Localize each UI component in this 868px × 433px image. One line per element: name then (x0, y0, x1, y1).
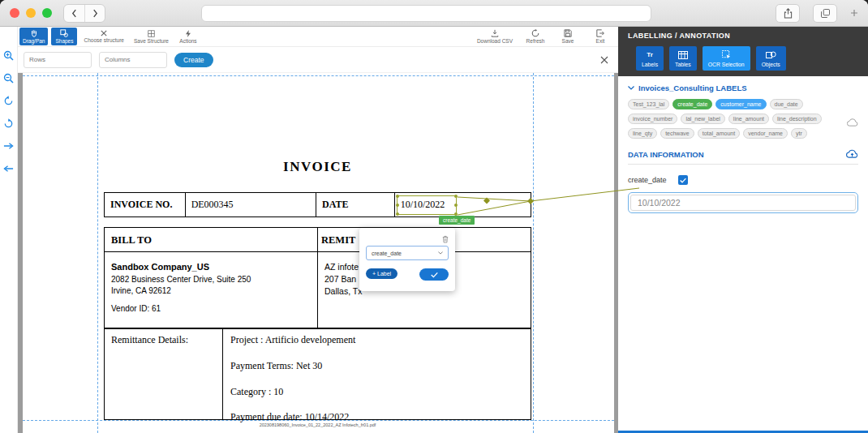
invoice-no-label-cell: INVOICE NO. (105, 193, 186, 216)
add-label-button[interactable]: + Label (366, 268, 397, 279)
lightning-icon (185, 30, 191, 37)
delete-annotation-button[interactable] (442, 232, 449, 247)
data-information-title: DATA INFORMATION (628, 150, 704, 159)
create-button[interactable]: Create (174, 53, 213, 67)
cloud-upload-icon (846, 149, 858, 158)
save-button[interactable]: Save (555, 28, 581, 45)
download-csv-label: Download CSV (477, 38, 513, 44)
selection-handle[interactable] (454, 195, 458, 198)
field-value-wrap (628, 192, 858, 213)
tab-ocr-selection-label: OCR Selection (708, 62, 745, 67)
structure-guide-top (23, 75, 614, 76)
table-icon (678, 50, 688, 60)
tab-tables[interactable]: Tables (669, 46, 697, 71)
labels-section-header[interactable]: Invoices_Consulting LABELS (628, 84, 858, 92)
label-chip-active[interactable]: create_date (672, 99, 712, 109)
date-selection-box[interactable] (397, 195, 457, 215)
bill-to-address1: 2082 Business Center Drive, Suite 250 (111, 275, 251, 284)
refresh-button[interactable]: Refresh (522, 28, 548, 45)
label-chip[interactable]: line_amount (728, 114, 769, 124)
label-select-value: create_date (372, 251, 402, 256)
copy-tabs-icon (821, 9, 830, 18)
label-chip[interactable]: lal_new_label (681, 114, 724, 124)
tabs-overview-button[interactable] (813, 4, 837, 23)
shapes-label: Shapes (55, 38, 73, 44)
actions-button[interactable]: Actions (175, 28, 201, 45)
chevron-down-icon (438, 251, 443, 255)
selection-tag[interactable]: create_date (439, 216, 475, 225)
label-chip[interactable]: line_qty (628, 128, 657, 139)
confirm-annotation-button[interactable] (419, 268, 449, 281)
tab-objects-label: Objects (762, 62, 780, 67)
zoom-out-button[interactable] (3, 72, 15, 84)
window-zoom-button[interactable] (42, 8, 52, 18)
chevron-down-icon (628, 86, 634, 90)
zoom-in-button[interactable] (3, 49, 15, 61)
cloud-upload-button[interactable] (846, 149, 858, 160)
tab-ocr-selection[interactable]: OCR Selection (703, 46, 750, 71)
pan-right-button[interactable] (3, 140, 15, 152)
url-bar[interactable] (201, 5, 651, 22)
selection-handle[interactable] (396, 195, 399, 198)
field-value-input[interactable] (630, 195, 856, 211)
invoice-no-value-cell: DE000345 (186, 193, 316, 216)
selection-handle[interactable] (396, 204, 399, 207)
arrow-left-icon (3, 165, 14, 173)
download-csv-button[interactable]: Download CSV (474, 28, 516, 45)
pan-left-button[interactable] (3, 163, 15, 174)
document-canvas[interactable]: INVOICE INVOICE NO. DE000345 DATE 10/10/… (18, 73, 618, 433)
chrome-actions (776, 4, 858, 23)
back-button[interactable] (64, 5, 84, 22)
chevron-left-icon (71, 9, 77, 18)
create-date-checkbox[interactable] (678, 175, 688, 185)
tab-tables-label: Tables (675, 62, 691, 67)
window-close-button[interactable] (10, 8, 19, 18)
structure-guide-left (97, 73, 98, 433)
drag-pan-button[interactable]: Drag/Pan (19, 28, 48, 45)
save-structure-button[interactable]: Save Structure (131, 28, 172, 45)
panel-content: Invoices_Consulting LABELS Test_123_lal … (618, 76, 868, 433)
label-chip[interactable]: due_date (770, 99, 803, 109)
label-chip[interactable]: line_description (772, 114, 822, 124)
forward-button[interactable] (84, 5, 105, 22)
canvas-tool-strip (0, 27, 18, 433)
cloud-sync-button[interactable] (847, 115, 858, 130)
selection-handle[interactable] (396, 212, 399, 216)
table-divider (317, 228, 318, 328)
label-chip[interactable]: ytr (791, 128, 807, 139)
shapes-button[interactable]: Shapes (51, 28, 77, 45)
label-chip[interactable]: vendor_name (743, 128, 788, 139)
table-divider (105, 251, 531, 252)
structure-bar: Create (18, 47, 618, 73)
columns-input[interactable] (99, 52, 167, 68)
label-chip[interactable]: Test_123_lal (628, 99, 669, 109)
share-button[interactable] (776, 4, 800, 23)
invoice-title: INVOICE (104, 159, 531, 175)
tab-labels[interactable]: Tr Labels (636, 46, 664, 71)
selection-handle[interactable] (454, 204, 458, 207)
label-chip[interactable]: techwave (660, 128, 694, 139)
window-minimize-button[interactable] (26, 8, 36, 18)
choose-structure-label: Choose structure (84, 37, 124, 43)
rotate-ccw-icon (3, 96, 14, 106)
rotate-cw-button[interactable] (3, 118, 15, 129)
label-chip-list: Test_123_lal create_date customer_name d… (628, 99, 858, 139)
label-chip[interactable]: invoice_number (628, 114, 677, 124)
document-filename: 202308198060_Invoice_01_22_2022_AZ Infot… (104, 422, 531, 427)
ocr-selection-icon (722, 50, 731, 60)
panel-tabs: Tr Labels Tables OCR Selection (618, 45, 868, 76)
field-label: create_date (628, 176, 667, 184)
rows-input[interactable] (24, 52, 92, 68)
zoom-in-icon (3, 50, 14, 61)
choose-structure-button[interactable]: Choose structure (80, 28, 127, 45)
close-structure-button[interactable] (600, 56, 608, 64)
label-select[interactable]: create_date (366, 246, 449, 260)
exit-button[interactable]: Exit (587, 28, 613, 45)
new-tab-button[interactable] (850, 9, 858, 17)
rotate-ccw-button[interactable] (3, 95, 15, 106)
label-chip-selected[interactable]: customer_name (715, 99, 766, 109)
tab-objects[interactable]: Objects (756, 46, 786, 71)
remit-line: AZ infote (324, 262, 359, 272)
label-chip[interactable]: total_amount (698, 128, 740, 139)
date-label-cell: DATE (316, 193, 395, 216)
